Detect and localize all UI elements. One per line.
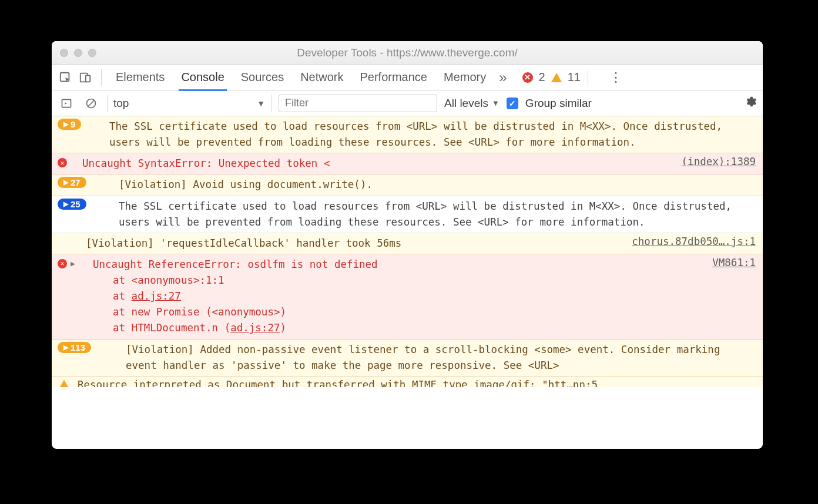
message-text: The SSL certificate used to load resourc… bbox=[115, 199, 756, 230]
context-selector[interactable]: top ▼ bbox=[107, 95, 271, 112]
expand-icon: ▶ bbox=[63, 120, 68, 128]
devtools-tabbar: Elements Console Sources Network Perform… bbox=[52, 65, 763, 90]
inspect-element-icon[interactable] bbox=[56, 69, 74, 86]
tab-sources[interactable]: Sources bbox=[241, 65, 284, 90]
chevron-down-icon: ▼ bbox=[492, 99, 499, 107]
separator bbox=[101, 69, 102, 86]
error-icon: ✕ bbox=[58, 158, 67, 167]
console-settings-icon[interactable] bbox=[744, 95, 757, 112]
tab-network[interactable]: Network bbox=[300, 65, 343, 90]
stack-source-link[interactable]: ad.js:27 bbox=[132, 290, 181, 302]
zoom-dot[interactable] bbox=[88, 49, 96, 57]
svg-rect-2 bbox=[86, 75, 90, 82]
stack-frame: at HTMLDocument.n (ad.js:27) bbox=[93, 320, 699, 336]
message-body: Uncaught ReferenceError: osdlfm is not d… bbox=[89, 257, 704, 337]
chevron-down-icon: ▼ bbox=[257, 99, 265, 108]
stack-frame: at <anonymous>:1:1 bbox=[93, 273, 699, 288]
group-count-pill[interactable]: ▶27 bbox=[58, 177, 86, 188]
error-count: 2 bbox=[539, 70, 545, 84]
status-counts[interactable]: ✕ 2 11 bbox=[522, 70, 581, 84]
console-message[interactable]: ▶27 [Violation] Avoid using document.wri… bbox=[52, 174, 763, 196]
group-count-pill[interactable]: ▶113 bbox=[58, 342, 91, 353]
message-text: [Violation] Added non-passive event list… bbox=[122, 342, 756, 374]
separator bbox=[588, 69, 588, 86]
group-similar-label: Group similar bbox=[525, 97, 592, 110]
message-text: The SSL certificate used to load resourc… bbox=[106, 119, 756, 150]
console-log-area: ▶9 The SSL certificate used to load reso… bbox=[52, 116, 763, 449]
message-source-link[interactable]: VM861:1 bbox=[704, 257, 756, 268]
group-count-pill[interactable]: ▶25 bbox=[58, 199, 86, 210]
console-message[interactable]: ✕ Uncaught SyntaxError: Unexpected token… bbox=[52, 153, 763, 174]
tab-performance[interactable]: Performance bbox=[360, 65, 428, 90]
warning-count: 11 bbox=[568, 70, 581, 84]
console-message-cutoff: Resource interpreted as Document but tra… bbox=[52, 377, 763, 387]
message-text: [Violation] 'requestIdleCallback' handle… bbox=[82, 236, 623, 251]
more-menu-icon[interactable]: ⋮ bbox=[604, 70, 628, 85]
expand-icon: ▶ bbox=[63, 200, 68, 208]
device-toggle-icon[interactable] bbox=[76, 69, 94, 86]
error-badge-icon: ✕ bbox=[522, 72, 533, 83]
error-icon: ✕ bbox=[58, 259, 67, 268]
message-text: [Violation] Avoid using document.write()… bbox=[115, 177, 756, 193]
message-text: Uncaught SyntaxError: Unexpected token < bbox=[79, 156, 673, 172]
window-title: Developer Tools - https://www.theverge.c… bbox=[52, 46, 763, 59]
tab-elements[interactable]: Elements bbox=[116, 65, 165, 90]
context-value: top bbox=[113, 97, 129, 110]
console-message[interactable]: [Violation] 'requestIdleCallback' handle… bbox=[52, 233, 763, 254]
stack-frame: at ad.js:27 bbox=[93, 288, 699, 304]
group-count-pill[interactable]: ▶9 bbox=[58, 119, 81, 130]
console-message[interactable]: ▶9 The SSL certificate used to load reso… bbox=[52, 116, 763, 153]
filter-input[interactable] bbox=[279, 95, 437, 112]
devtools-window: Developer Tools - https://www.theverge.c… bbox=[52, 41, 763, 449]
message-source-link[interactable]: chorus.87db050….js:1 bbox=[623, 236, 756, 247]
panel-tabs: Elements Console Sources Network Perform… bbox=[109, 65, 486, 90]
expand-icon: ▶ bbox=[63, 179, 68, 186]
tab-memory[interactable]: Memory bbox=[444, 65, 486, 90]
traffic-lights bbox=[52, 49, 96, 57]
titlebar: Developer Tools - https://www.theverge.c… bbox=[52, 41, 763, 65]
warning-badge-icon bbox=[551, 73, 562, 82]
tabs-overflow-icon[interactable]: » bbox=[499, 69, 507, 86]
console-message[interactable]: ✕ ▶ Uncaught ReferenceError: osdlfm is n… bbox=[52, 254, 763, 340]
console-toolbar: top ▼ All levels ▼ ✓ Group similar bbox=[52, 90, 763, 116]
minimize-dot[interactable] bbox=[74, 49, 82, 57]
clear-console-icon[interactable] bbox=[82, 95, 100, 112]
stack-frame: at new Promise (<anonymous>) bbox=[93, 304, 699, 320]
message-source-link[interactable]: (index):1389 bbox=[673, 156, 756, 167]
console-message[interactable]: ▶25 The SSL certificate used to load res… bbox=[52, 196, 763, 233]
svg-line-5 bbox=[88, 100, 94, 106]
tab-console[interactable]: Console bbox=[181, 65, 224, 90]
expand-icon: ▶ bbox=[63, 344, 68, 351]
console-message[interactable]: ▶113 [Violation] Added non-passive event… bbox=[52, 340, 763, 377]
group-similar-checkbox[interactable]: ✓ bbox=[507, 98, 518, 109]
close-dot[interactable] bbox=[60, 49, 68, 57]
log-levels-selector[interactable]: All levels ▼ bbox=[444, 97, 499, 110]
warning-icon bbox=[60, 379, 68, 387]
levels-label: All levels bbox=[444, 97, 488, 110]
expand-stack-icon[interactable]: ▶ bbox=[71, 259, 75, 268]
toggle-drawer-icon[interactable] bbox=[58, 95, 75, 112]
message-text: Uncaught ReferenceError: osdlfm is not d… bbox=[93, 257, 699, 273]
stack-source-link[interactable]: ad.js:27 bbox=[230, 322, 280, 334]
